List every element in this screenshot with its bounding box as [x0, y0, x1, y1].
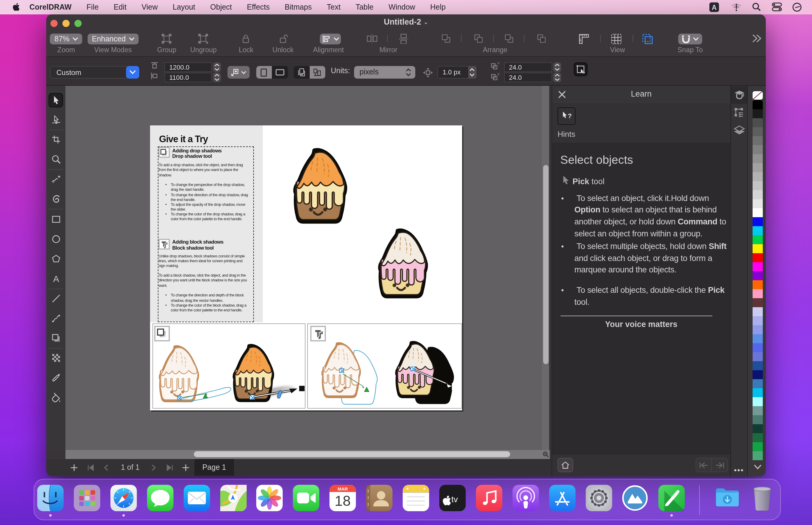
svg-text:18: 18	[335, 493, 351, 509]
svg-text:y: y	[498, 72, 500, 76]
svg-text:A: A	[712, 4, 717, 11]
svg-text:?: ?	[568, 112, 572, 119]
svg-text:tv: tv	[451, 494, 458, 504]
svg-text:MAR: MAR	[337, 486, 348, 491]
svg-text:A: A	[53, 274, 59, 284]
svg-text:x: x	[498, 61, 500, 65]
